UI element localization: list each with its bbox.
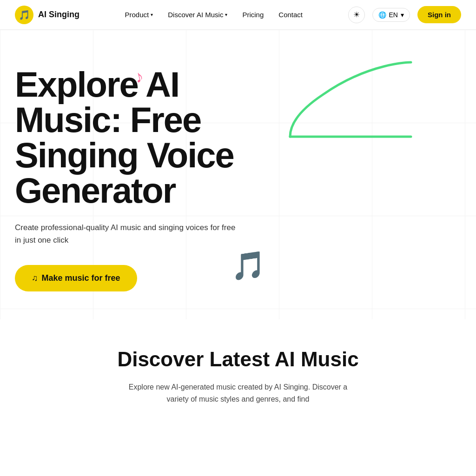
- logo-link[interactable]: 🎵 AI Singing: [15, 6, 79, 24]
- nav-item-discover[interactable]: Discover AI Music ▾: [168, 11, 227, 19]
- sign-in-button[interactable]: Sign in: [417, 6, 461, 23]
- nav-pricing-label: Pricing: [242, 11, 264, 19]
- nav-links: Product ▾ Discover AI Music ▾ Pricing Co…: [125, 11, 303, 19]
- nav-item-pricing[interactable]: Pricing: [242, 11, 264, 19]
- nav-item-product[interactable]: Product ▾: [125, 11, 153, 19]
- nav-product-label: Product: [125, 11, 149, 19]
- chevron-down-icon: ▾: [401, 11, 404, 19]
- discover-title: Discover Latest AI Music: [15, 347, 461, 372]
- chevron-down-icon: ▾: [225, 12, 227, 17]
- globe-icon: 🌐: [378, 11, 386, 19]
- lang-label: EN: [389, 11, 398, 19]
- make-music-button[interactable]: ♫ Make music for free: [15, 265, 137, 291]
- hero-subtitle: Create professional-quality AI music and…: [15, 221, 238, 246]
- music-note-icon: ♫: [32, 273, 38, 283]
- green-curve-decoration: [285, 58, 420, 141]
- discover-section: Discover Latest AI Music Explore new AI-…: [0, 319, 476, 423]
- logo-text: AI Singing: [38, 10, 79, 20]
- logo-music-note: 🎵: [19, 9, 30, 20]
- nav-right: ☀ 🌐 EN ▾ Sign in: [348, 6, 461, 23]
- hero-section: ♪ Explore AI Music: Free Singing Voice G…: [0, 30, 476, 319]
- sun-icon: ☀: [353, 10, 360, 19]
- nav-contact-label: Contact: [278, 11, 303, 19]
- language-selector-button[interactable]: 🌐 EN ▾: [372, 8, 410, 22]
- chevron-down-icon: ▾: [151, 12, 153, 17]
- nav-item-contact[interactable]: Contact: [278, 11, 303, 19]
- theme-toggle-button[interactable]: ☀: [348, 7, 365, 23]
- logo-icon: 🎵: [15, 6, 33, 24]
- blue-music-notes-decoration: 🎵: [231, 249, 266, 282]
- hero-title: Explore AI Music: Free Singing Voice Gen…: [15, 67, 275, 208]
- cta-label: Make music for free: [42, 273, 120, 283]
- navbar: 🎵 AI Singing Product ▾ Discover AI Music…: [0, 0, 476, 30]
- discover-subtitle: Explore new AI-generated music created b…: [126, 381, 350, 405]
- nav-discover-label: Discover AI Music: [168, 11, 223, 19]
